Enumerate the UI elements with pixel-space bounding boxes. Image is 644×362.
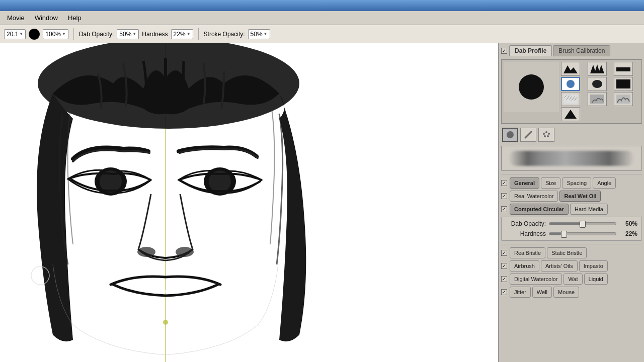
svg-point-27 [545,131,547,133]
btn-general[interactable]: General [510,177,539,189]
hardness-thumb[interactable] [561,231,567,238]
brush-preview-left [504,62,559,112]
menu-movie[interactable]: Movie [2,12,30,24]
svg-point-13 [592,80,602,88]
btn-angle[interactable]: Angle [593,177,616,189]
brush-size-arrow: ▼ [19,32,23,36]
brush-thumb-dark[interactable] [588,77,607,91]
svg-point-8 [176,247,194,257]
hardness-dropdown[interactable]: 22% ▼ [171,29,193,39]
dab-profile-checkbox[interactable]: ✓ [501,48,507,54]
brush-size-value: 20.1 [7,31,18,38]
btn-well[interactable]: Well [532,287,552,298]
zoom-arrow: ▼ [62,32,66,36]
brush-preview-area [501,59,642,124]
brush-thumb-flat[interactable] [614,62,633,76]
brush-thumb-circle-selected[interactable] [561,77,580,91]
dab-opacity-slider-row: Dab Opacity: 50% [506,220,637,227]
svg-point-12 [567,80,575,88]
zoom-value: 100% [45,31,61,38]
hardness-track[interactable] [549,232,616,235]
menu-help[interactable]: Help [63,12,87,24]
menu-window[interactable]: Window [30,12,63,24]
computed-checkbox[interactable]: ✓ [501,206,507,212]
brush-mode-scatter[interactable] [538,128,554,142]
hardness-slider-label: Hardness [506,230,546,237]
brush-thumb-mountain[interactable] [561,62,580,76]
computed-section-row: ✓ Computed Circular Hard Media [501,204,642,215]
btn-static-bristle[interactable]: Static Bristle [547,247,587,258]
brush-thumb-spike[interactable] [588,62,607,76]
watercolor-section-row: ✓ Real Watercolor Real Wet Oil [501,191,642,202]
btn-computed-circular[interactable]: Computed Circular [510,204,569,215]
stroke-opacity-arrow: ▼ [264,32,268,36]
divider-2 [501,244,642,244]
brush-size-group: 20.1 ▼ [4,29,26,39]
canvas-area[interactable] [0,43,498,362]
brush-thumb-texture3[interactable] [614,92,633,106]
main-area: ✓ Dab Profile Brush Calibration [0,43,644,362]
tab-brush-calibration[interactable]: Brush Calibration [553,45,610,56]
btn-jitter[interactable]: Jitter [510,287,531,298]
svg-rect-11 [616,67,630,71]
btn-mouse[interactable]: Mouse [553,287,579,298]
btn-wat[interactable]: Wat [564,274,582,285]
dab-opacity-track[interactable] [549,222,616,225]
airbrush-section-row: ✓ Airbrush Artists' Oils Impasto [501,260,642,272]
brush-thumb-texture1[interactable] [561,92,580,106]
general-checkbox-row: ✓ [501,180,508,186]
svg-point-7 [137,247,155,257]
svg-point-30 [547,135,549,137]
stroke-opacity-value: 50% [251,31,263,38]
hardness-group: Hardness 22% ▼ [142,29,193,39]
btn-liquid[interactable]: Liquid [584,274,608,285]
brush-mode-slash[interactable] [520,128,536,142]
dab-opacity-thumb[interactable] [580,221,586,228]
btn-real-wet-oil[interactable]: Real Wet Oil [559,191,601,202]
brush-thumb-triangle[interactable] [561,107,580,121]
dab-opacity-slider-value: 50% [619,220,637,227]
hardness-value: 22% [174,31,186,38]
zoom-dropdown[interactable]: 100% ▼ [43,29,68,39]
dab-opacity-arrow: ▼ [132,32,136,36]
digital-watercolor-checkbox[interactable]: ✓ [501,276,507,282]
airbrush-checkbox[interactable]: ✓ [501,263,507,269]
canvas-svg [0,43,498,362]
svg-point-10 [163,320,168,325]
stroke-opacity-dropdown[interactable]: 50% ▼ [248,29,270,39]
btn-real-watercolor[interactable]: Real Watercolor [510,191,558,202]
brush-thumb-black[interactable] [614,77,633,91]
btn-realbristle[interactable]: RealBristle [510,247,545,258]
stroke-opacity-group: Stroke Opacity: 50% ▼ [204,29,270,39]
tab-dab-profile[interactable]: Dab Profile [509,45,552,56]
bristle-section-row: ✓ RealBristle Static Bristle [501,247,642,258]
brush-preview-icon [29,29,40,40]
svg-rect-14 [616,79,630,88]
btn-airbrush[interactable]: Airbrush [510,260,539,272]
svg-point-29 [544,135,546,137]
svg-point-28 [548,133,550,135]
watercolor-checkbox[interactable]: ✓ [501,193,507,199]
menu-bar: Movie Window Help [0,11,644,25]
btn-digital-watercolor[interactable]: Digital Watercolor [510,274,562,285]
jitter-section-row: ✓ Jitter Well Mouse [501,287,642,298]
btn-artists-oils[interactable]: Artists' Oils [541,260,578,272]
brush-size-dropdown[interactable]: 20.1 ▼ [4,29,26,39]
btn-spacing[interactable]: Spacing [562,177,591,189]
jitter-checkbox[interactable]: ✓ [501,289,507,295]
dab-opacity-value: 50% [119,31,131,38]
dab-opacity-dropdown[interactable]: 50% ▼ [117,29,139,39]
btn-impasto[interactable]: Impasto [579,260,608,272]
btn-size[interactable]: Size [541,177,560,189]
bristle-checkbox[interactable]: ✓ [501,250,507,256]
btn-hard-media[interactable]: Hard Media [570,204,608,215]
digital-watercolor-section-row: ✓ Digital Watercolor Wat Liquid [501,274,642,285]
hardness-label: Hardness [142,31,168,38]
general-checkbox[interactable]: ✓ [501,180,507,186]
brush-thumb-texture2[interactable] [588,92,607,106]
svg-point-24 [507,131,514,138]
svg-line-25 [525,132,531,138]
dab-opacity-group: Dab Opacity: 50% ▼ [79,29,139,39]
hardness-arrow: ▼ [187,32,191,36]
brush-mode-circle[interactable] [502,128,518,142]
